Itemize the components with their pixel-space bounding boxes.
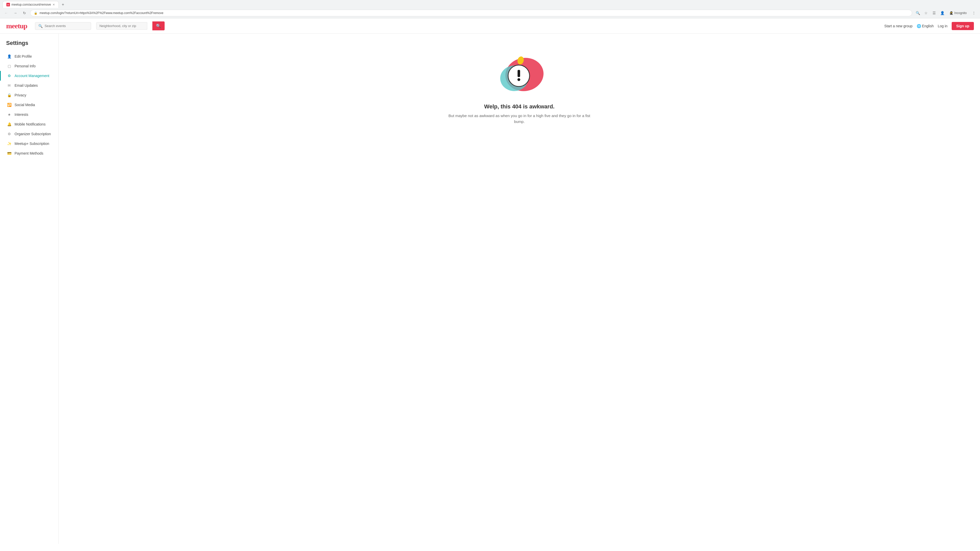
sidebar-item-account-management-label: Account Management <box>14 74 49 78</box>
sidebar-item-social-media[interactable]: 🔁Social Media <box>0 100 59 110</box>
search-icon: 🔍 <box>38 24 43 28</box>
bookmark-button[interactable]: ☆ <box>922 10 929 17</box>
sidebar-title: Settings <box>0 40 59 52</box>
organizer-subscription-icon: ⚙ <box>7 132 11 136</box>
browser-tab[interactable]: m meetup.com/account/remove ✕ <box>3 1 59 8</box>
signup-button[interactable]: Sign up <box>952 22 974 30</box>
main-content: Settings 👤Edit Profile▢Personal Info⚙Acc… <box>0 34 980 544</box>
sidebar-item-social-media-label: Social Media <box>14 103 35 107</box>
address-bar[interactable]: 🔒 meetup.com/login/?returnUri=https%3A%2… <box>30 10 912 16</box>
interests-icon: ★ <box>7 112 11 117</box>
extensions-button[interactable]: ☰ <box>931 10 938 17</box>
sidebar-item-mobile-notifications[interactable]: 🔔Mobile Notifications <box>0 119 59 129</box>
error-illustration <box>491 49 547 96</box>
sidebar-item-email-updates-label: Email Updates <box>14 83 38 87</box>
new-tab-button[interactable]: + <box>60 1 66 8</box>
error-subtitle: But maybe not as awkward as when you go … <box>443 113 596 124</box>
sidebar-item-meetup-subscription-label: Meetup+ Subscription <box>14 141 49 146</box>
sidebar-item-edit-profile-label: Edit Profile <box>14 54 32 59</box>
sidebar-item-organizer-subscription[interactable]: ⚙Organizer Subscription <box>0 129 59 139</box>
location-input[interactable] <box>100 24 140 28</box>
language-selector[interactable]: 🌐 English <box>917 24 934 28</box>
incognito-indicator: 🥷 Incognito <box>947 11 969 16</box>
payment-methods-icon: 💳 <box>7 151 11 156</box>
site-header: meetup 🔍 🔍 Start a new group 🌐 English L… <box>0 18 980 34</box>
mobile-notifications-icon: 🔔 <box>7 122 11 127</box>
sidebar-item-account-management[interactable]: ⚙Account Management <box>0 71 59 81</box>
sidebar-item-edit-profile[interactable]: 👤Edit Profile <box>0 52 59 61</box>
privacy-icon: 🔒 <box>7 93 11 97</box>
page-content: Welp, this 404 is awkward. But maybe not… <box>59 34 980 544</box>
tab-title: meetup.com/account/remove <box>11 3 51 6</box>
globe-icon: 🌐 <box>917 24 921 28</box>
svg-rect-4 <box>517 70 520 77</box>
search-input[interactable] <box>45 24 86 28</box>
error-title: Welp, this 404 is awkward. <box>484 103 555 110</box>
tab-favicon: m <box>6 3 10 6</box>
back-button[interactable]: ← <box>3 10 10 17</box>
account-management-icon: ⚙ <box>7 73 11 78</box>
lock-icon: 🔒 <box>34 11 38 15</box>
location-bar[interactable] <box>96 22 147 30</box>
social-media-icon: 🔁 <box>7 103 11 107</box>
sidebar-item-mobile-notifications-label: Mobile Notifications <box>14 122 45 126</box>
sidebar-item-meetup-subscription[interactable]: ✨Meetup+ Subscription <box>0 139 59 148</box>
sidebar-item-organizer-subscription-label: Organizer Subscription <box>14 132 51 136</box>
email-updates-icon: ✉ <box>7 83 11 88</box>
sidebar: Settings 👤Edit Profile▢Personal Info⚙Acc… <box>0 34 59 544</box>
sidebar-item-email-updates[interactable]: ✉Email Updates <box>0 81 59 90</box>
tab-close-button[interactable]: ✕ <box>52 3 55 6</box>
sidebar-item-interests-label: Interests <box>14 113 28 117</box>
login-link[interactable]: Log in <box>938 24 948 28</box>
header-right: Start a new group 🌐 English Log in Sign … <box>884 22 974 30</box>
incognito-icon: 🥷 <box>950 11 953 15</box>
search-toolbar-button[interactable]: 🔍 <box>914 10 921 17</box>
sidebar-item-privacy-label: Privacy <box>14 93 26 97</box>
forward-button[interactable]: → <box>12 10 19 17</box>
sidebar-item-payment-methods-label: Payment Methods <box>14 151 43 156</box>
address-text: meetup.com/login/?returnUri=https%3A%2F%… <box>40 11 908 15</box>
search-button[interactable]: 🔍 <box>152 21 165 30</box>
site-logo[interactable]: meetup <box>6 22 27 30</box>
reload-button[interactable]: ↻ <box>21 10 28 17</box>
sidebar-item-payment-methods[interactable]: 💳Payment Methods <box>0 148 59 158</box>
svg-point-5 <box>517 78 520 81</box>
edit-profile-icon: 👤 <box>7 54 11 59</box>
start-new-group-link[interactable]: Start a new group <box>884 24 913 28</box>
sidebar-nav: 👤Edit Profile▢Personal Info⚙Account Mana… <box>0 52 59 158</box>
menu-button[interactable]: ⋮ <box>970 10 977 17</box>
sidebar-item-privacy[interactable]: 🔒Privacy <box>0 90 59 100</box>
meetup-subscription-icon: ✨ <box>7 141 11 146</box>
sidebar-item-interests[interactable]: ★Interests <box>0 110 59 119</box>
error-container: Welp, this 404 is awkward. But maybe not… <box>443 49 596 124</box>
personal-info-icon: ▢ <box>7 64 11 68</box>
sidebar-item-personal-info-label: Personal Info <box>14 64 36 68</box>
profile-button[interactable]: 👤 <box>939 10 946 17</box>
search-bar[interactable]: 🔍 <box>35 22 91 30</box>
sidebar-item-personal-info[interactable]: ▢Personal Info <box>0 61 59 71</box>
